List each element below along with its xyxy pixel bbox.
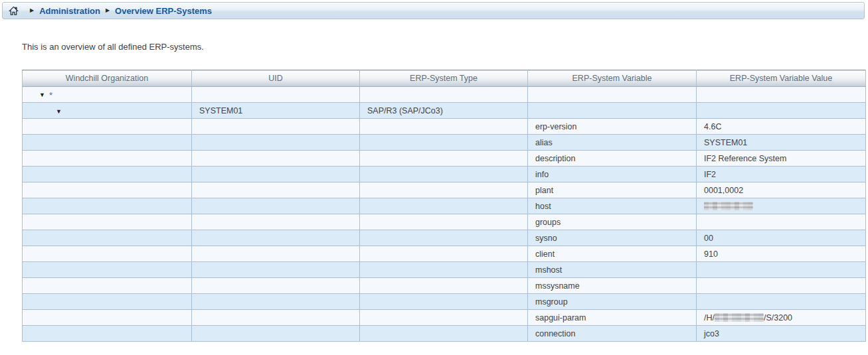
variable-cell: msgroup (528, 294, 697, 310)
breadcrumb-link-administration[interactable]: Administration (39, 6, 100, 16)
org-cell (23, 182, 192, 198)
breadcrumb: ▶ Administration ▶ Overview ERP-Systems (2, 2, 865, 19)
org-cell: ▼ (23, 103, 192, 119)
org-cell (23, 214, 192, 230)
value-cell: IF2 Reference System (697, 151, 866, 167)
table-row[interactable]: descriptionIF2 Reference System (23, 151, 866, 167)
variable-cell: mssysname (528, 278, 697, 294)
table-row[interactable]: aliasSYSTEM01 (23, 135, 866, 151)
variable-cell: host (528, 198, 697, 214)
value-cell: 4.6C (697, 119, 866, 135)
uid-cell (192, 135, 360, 151)
erp-type-cell (360, 294, 528, 310)
value-cell (697, 278, 866, 294)
uid-cell: SYSTEM01 (192, 103, 360, 119)
collapse-arrow-icon[interactable]: ▼ (39, 92, 45, 98)
uid-cell (192, 294, 360, 310)
erp-type-cell (360, 214, 528, 230)
value-cell: 00 (697, 230, 866, 246)
value-cell: jco3 (697, 326, 866, 342)
variable-cell (528, 103, 697, 119)
table-row[interactable]: connectionjco3 (23, 326, 866, 342)
org-cell (23, 294, 192, 310)
org-cell (23, 167, 192, 182)
uid-cell (192, 198, 360, 214)
value-cell (697, 198, 866, 214)
value-cell: IF2 (697, 167, 866, 182)
table-row[interactable]: plant0001,0002 (23, 182, 866, 198)
variable-cell: client (528, 246, 697, 262)
value-cell (697, 87, 866, 103)
collapse-arrow-icon[interactable]: ▼ (56, 109, 62, 115)
uid-cell (192, 182, 360, 198)
variable-cell: mshost (528, 262, 697, 278)
uid-cell (192, 119, 360, 135)
table-row[interactable]: ▼* (23, 87, 866, 103)
header-erp-system-variable: ERP-System Variable (528, 70, 697, 87)
erp-type-cell: SAP/R3 (SAP/JCo3) (360, 103, 528, 119)
table-header-row: Windchill Organization UID ERP-System Ty… (23, 70, 866, 87)
table-row[interactable]: client910 (23, 246, 866, 262)
uid-cell (192, 262, 360, 278)
header-windchill-organization: Windchill Organization (23, 70, 192, 87)
intro-text: This is an overview of all defined ERP-s… (22, 42, 204, 52)
erp-type-cell (360, 151, 528, 167)
table-row[interactable]: ▼SYSTEM01SAP/R3 (SAP/JCo3) (23, 103, 866, 119)
variable-cell: alias (528, 135, 697, 151)
breadcrumb-link-overview-erp-systems[interactable]: Overview ERP-Systems (115, 6, 212, 16)
erp-table-body: ▼*▼SYSTEM01SAP/R3 (SAP/JCo3)erp-version4… (23, 87, 866, 342)
erp-type-cell (360, 230, 528, 246)
uid-cell (192, 214, 360, 230)
header-erp-system-variable-value: ERP-System Variable Value (697, 70, 866, 87)
chevron-right-icon: ▶ (30, 8, 34, 13)
value-cell: 0001,0002 (697, 182, 866, 198)
table-row[interactable]: sapgui-param/H//S/3200 (23, 310, 866, 326)
org-cell: ▼* (23, 87, 192, 103)
erp-systems-table: Windchill Organization UID ERP-System Ty… (22, 70, 866, 342)
uid-cell (192, 151, 360, 167)
erp-type-cell (360, 167, 528, 182)
variable-cell: info (528, 167, 697, 182)
uid-cell (192, 167, 360, 182)
variable-cell: groups (528, 214, 697, 230)
erp-type-cell (360, 198, 528, 214)
org-cell (23, 135, 192, 151)
table-row[interactable]: groups (23, 214, 866, 230)
table-row[interactable]: erp-version4.6C (23, 119, 866, 135)
header-uid: UID (192, 70, 360, 87)
org-cell (23, 278, 192, 294)
table-row[interactable]: sysno00 (23, 230, 866, 246)
erp-type-cell (360, 246, 528, 262)
erp-type-cell (360, 278, 528, 294)
erp-type-cell (360, 135, 528, 151)
table-row[interactable]: mssysname (23, 278, 866, 294)
value-cell (697, 294, 866, 310)
variable-cell: description (528, 151, 697, 167)
erp-type-cell (360, 182, 528, 198)
org-cell (23, 246, 192, 262)
org-cell (23, 326, 192, 342)
redacted-value (715, 313, 764, 322)
erp-type-cell (360, 262, 528, 278)
home-icon[interactable] (9, 6, 19, 16)
uid-cell (192, 326, 360, 342)
org-cell (23, 119, 192, 135)
org-cell (23, 310, 192, 326)
erp-type-cell (360, 119, 528, 135)
org-cell (23, 198, 192, 214)
table-row[interactable]: mshost (23, 262, 866, 278)
variable-cell: erp-version (528, 119, 697, 135)
chevron-right-icon: ▶ (106, 8, 110, 13)
value-cell: 910 (697, 246, 866, 262)
table-row[interactable]: infoIF2 (23, 167, 866, 182)
org-cell (23, 230, 192, 246)
uid-cell (192, 310, 360, 326)
table-row[interactable]: msgroup (23, 294, 866, 310)
org-label: * (49, 91, 52, 100)
variable-cell (528, 87, 697, 103)
uid-cell (192, 246, 360, 262)
table-row[interactable]: host (23, 198, 866, 214)
erp-type-cell (360, 310, 528, 326)
value-cell (697, 214, 866, 230)
variable-cell: plant (528, 182, 697, 198)
